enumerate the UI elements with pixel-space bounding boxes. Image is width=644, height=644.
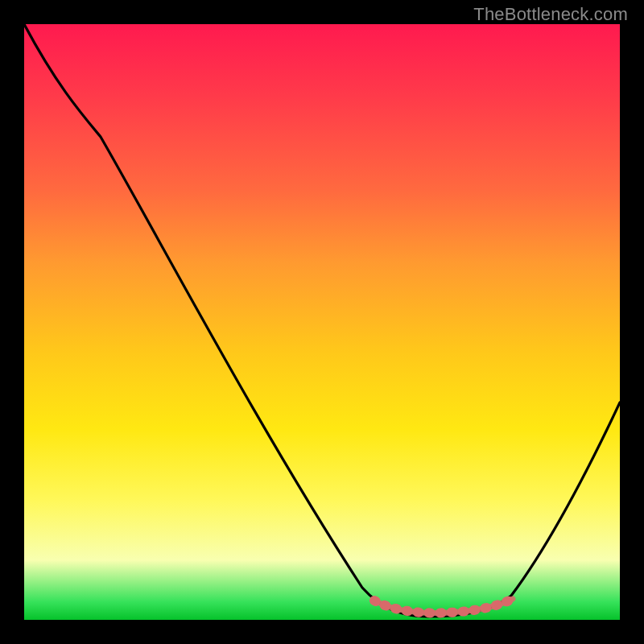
curve-overlay — [24, 24, 620, 620]
bottleneck-curve — [24, 24, 620, 617]
attribution-text: TheBottleneck.com — [473, 4, 628, 25]
plot-area — [24, 24, 620, 620]
chart-root: TheBottleneck.com — [0, 0, 644, 644]
optimal-range-marker-fill — [374, 599, 513, 613]
